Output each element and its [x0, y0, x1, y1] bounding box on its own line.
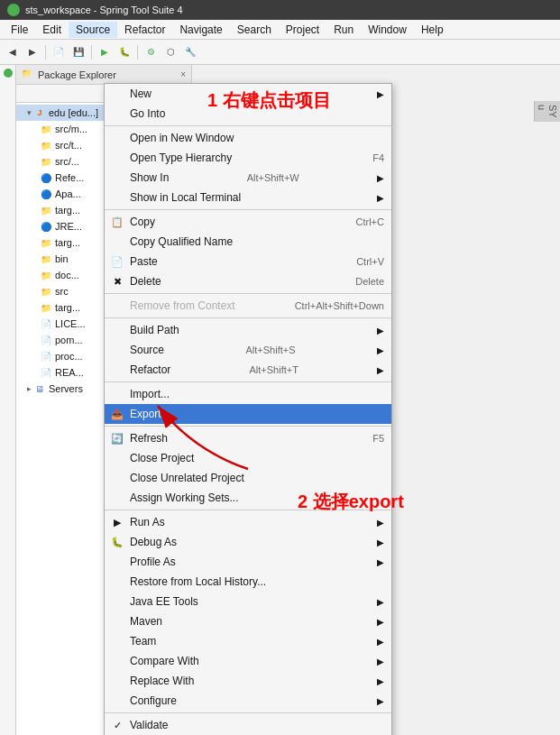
tree-icon: 🔵: [40, 188, 52, 200]
menu-item-run[interactable]: Run: [326, 22, 361, 38]
menu-item-file[interactable]: File: [4, 22, 35, 38]
menu-item-refactor[interactable]: Refactor: [117, 22, 172, 38]
context-menu-item-open-type-hierarchy[interactable]: Open Type HierarchyF4: [105, 148, 391, 168]
toolbar-fwd[interactable]: ▶: [23, 43, 41, 61]
panel-close[interactable]: ×: [180, 69, 186, 79]
toolbar-back[interactable]: ◀: [4, 43, 22, 61]
ctx-item-shortcut: Alt+Shift+T: [249, 364, 298, 375]
ctx-item-label: Source: [130, 344, 164, 356]
context-menu-item-build-path[interactable]: Build Path▶: [105, 320, 391, 340]
context-menu-item-export---[interactable]: 📤Export...: [105, 404, 391, 424]
context-menu-item-open-in-new-window[interactable]: Open in New Window: [105, 128, 391, 148]
tree-arrow: ▾: [27, 108, 32, 117]
context-menu-item-profile-as[interactable]: Profile As▶: [105, 552, 391, 572]
context-menu-separator: [105, 510, 391, 510]
context-menu-item-java-ee-tools[interactable]: Java EE Tools▶: [105, 592, 391, 611]
context-menu-item-maven[interactable]: Maven▶: [105, 611, 391, 631]
run-icon: ▶: [110, 515, 124, 529]
context-menu-separator: [105, 125, 391, 126]
tree-label: proc...: [55, 351, 83, 362]
context-menu-item-restore-from-local-history---[interactable]: Restore from Local History...: [105, 572, 391, 592]
context-menu-item-refactor[interactable]: RefactorAlt+Shift+T▶: [105, 360, 391, 380]
context-menu-item-configure[interactable]: Configure▶: [105, 691, 391, 711]
ctx-item-label: Open Type Hierarchy: [130, 152, 232, 164]
toolbar-save[interactable]: 💾: [69, 43, 87, 61]
ctx-item-label: Run As: [130, 516, 165, 528]
context-menu-separator: [105, 426, 391, 427]
ctx-item-shortcut: Ctrl+Alt+Shift+Down: [295, 300, 384, 311]
context-menu-item-import---[interactable]: Import...: [105, 384, 391, 404]
ctx-item-shortcut: F5: [372, 433, 384, 444]
menu-item-project[interactable]: Project: [279, 22, 326, 38]
ctx-item-label: Close Project: [130, 452, 194, 464]
tree-icon: 📁: [40, 139, 52, 152]
tree-icon: 🔵: [40, 171, 52, 184]
tree-label: targ...: [55, 302, 80, 313]
menu-item-help[interactable]: Help: [414, 22, 451, 38]
context-menu-item-remove-from-context: Remove from ContextCtrl+Alt+Shift+Down: [105, 296, 391, 316]
submenu-arrow-icon: ▶: [377, 365, 384, 375]
tree-label: targ...: [55, 205, 80, 216]
context-menu-item-delete[interactable]: ✖DeleteDelete: [105, 271, 391, 291]
toolbar-new[interactable]: 📄: [50, 43, 68, 61]
ctx-item-label: Compare With: [130, 655, 199, 667]
toolbar-run[interactable]: ▶: [96, 43, 114, 61]
context-menu-item-paste[interactable]: 📄PasteCtrl+V: [105, 252, 391, 271]
menu-item-window[interactable]: Window: [361, 22, 414, 38]
menu-item-source[interactable]: Source: [69, 22, 117, 38]
ctx-item-label: Build Path: [130, 324, 179, 336]
toolbar-extra2[interactable]: 🔧: [181, 43, 199, 61]
menu-item-navigate[interactable]: Navigate: [172, 22, 229, 38]
context-menu-item-go-into[interactable]: Go Into: [105, 104, 391, 124]
ctx-item-label: Paste: [130, 255, 158, 268]
context-menu-item-replace-with[interactable]: Replace With▶: [105, 671, 391, 691]
ctx-item-shortcut: Alt+Shift+W: [247, 172, 299, 183]
menu-item-edit[interactable]: Edit: [35, 22, 69, 38]
ctx-item-label: Java EE Tools: [130, 595, 198, 608]
context-menu-item-copy[interactable]: 📋CopyCtrl+C: [105, 212, 391, 232]
ctx-item-shortcut: Delete: [355, 276, 384, 287]
tree-icon: 📄: [40, 366, 52, 379]
ctx-item-label: Go Into: [130, 107, 165, 120]
context-menu-item-validate[interactable]: ✓✓Validate: [105, 715, 391, 735]
export-icon: 📤: [110, 407, 124, 421]
context-menu-item-close-project[interactable]: Close Project: [105, 448, 391, 468]
submenu-arrow-icon: ▶: [377, 696, 384, 706]
tree-label: src/...: [55, 156, 79, 167]
context-menu-item-run-as[interactable]: ▶Run As▶: [105, 512, 391, 532]
ctx-item-label: Close Unrelated Project: [130, 472, 244, 484]
context-menu-item-compare-with[interactable]: Compare With▶: [105, 651, 391, 671]
tree-label: src/m...: [55, 124, 87, 134]
tree-icon: 📁: [40, 269, 52, 281]
ctx-item-label: Restore from Local History...: [130, 575, 266, 588]
context-menu-separator: [105, 317, 391, 318]
toolbar-extra1[interactable]: ⬡: [161, 43, 179, 61]
context-menu-item-show-in-local-terminal[interactable]: Show in Local Terminal▶: [105, 188, 391, 207]
context-menu-item-refresh[interactable]: 🔄RefreshF5: [105, 428, 391, 448]
context-menu-item-copy-qualified-name[interactable]: Copy Qualified Name: [105, 232, 391, 252]
ctx-item-label: Configure: [130, 694, 177, 707]
tree-icon: 📁: [40, 253, 52, 265]
submenu-arrow-icon: ▶: [377, 193, 384, 203]
menu-item-search[interactable]: Search: [230, 22, 279, 38]
context-menu-separator: [105, 381, 391, 382]
toolbar-debug[interactable]: 🐛: [115, 43, 133, 61]
tree-label: JRE...: [55, 221, 82, 232]
tree-icon: 📁: [40, 301, 52, 314]
ctx-item-label: Show In: [130, 171, 169, 184]
context-menu-item-new[interactable]: New▶: [105, 84, 391, 104]
toolbar-spring[interactable]: ⚙: [142, 43, 160, 61]
tree-label: LICE...: [55, 318, 86, 329]
submenu-arrow-icon: ▶: [377, 597, 384, 607]
context-menu-item-source[interactable]: SourceAlt+Shift+S▶: [105, 340, 391, 360]
context-menu-item-close-unrelated-project[interactable]: Close Unrelated Project: [105, 468, 391, 488]
context-menu-item-show-in[interactable]: Show InAlt+Shift+W▶: [105, 168, 391, 188]
ctx-item-label: Validate: [130, 719, 168, 731]
tree-icon: J: [33, 106, 46, 119]
ctx-item-label: Replace With: [130, 675, 194, 687]
context-menu-item-debug-as[interactable]: 🐛Debug As▶: [105, 532, 391, 552]
context-menu-item-assign-working-sets---[interactable]: Assign Working Sets...: [105, 488, 391, 508]
submenu-arrow-icon: ▶: [377, 617, 384, 627]
ctx-item-label: Export...: [130, 408, 170, 420]
context-menu-item-team[interactable]: Team▶: [105, 631, 391, 651]
